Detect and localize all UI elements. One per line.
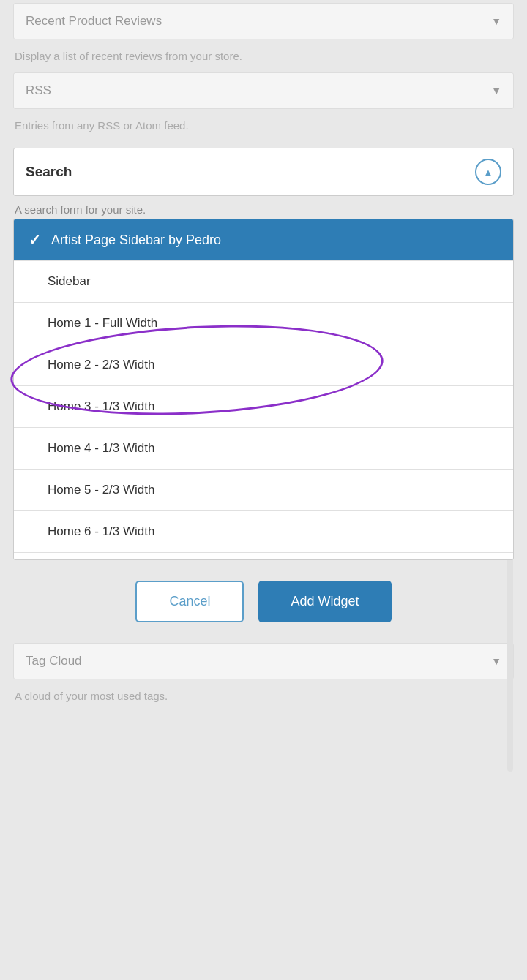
add-widget-button[interactable]: Add Widget bbox=[258, 581, 391, 622]
action-buttons-row: Cancel Add Widget bbox=[0, 560, 527, 643]
dropdown-option-sidebar[interactable]: Sidebar bbox=[14, 260, 513, 302]
recent-product-reviews-widget[interactable]: Recent Product Reviews ▼ bbox=[13, 3, 514, 39]
recent-product-reviews-description: Display a list of recent reviews from yo… bbox=[0, 44, 527, 72]
dropdown-selected-text: Artist Page Sidebar by Pedro bbox=[51, 233, 221, 248]
tag-cloud-chevron-icon: ▼ bbox=[491, 655, 501, 667]
rss-chevron-icon: ▼ bbox=[491, 85, 501, 97]
recent-product-reviews-chevron-icon: ▼ bbox=[491, 15, 501, 27]
rss-description: Entries from any RSS or Atom feed. bbox=[0, 113, 527, 142]
cancel-button[interactable]: Cancel bbox=[135, 581, 244, 622]
recent-product-reviews-label: Recent Product Reviews bbox=[26, 14, 162, 29]
rss-widget[interactable]: RSS ▼ bbox=[13, 72, 514, 109]
search-expand-icon[interactable]: ▲ bbox=[475, 159, 501, 185]
sidebar-selector-dropdown[interactable]: ✓ Artist Page Sidebar by Pedro Sidebar H… bbox=[13, 219, 514, 560]
rss-label: RSS bbox=[26, 83, 51, 98]
search-description: A search form for your site. bbox=[0, 196, 527, 219]
dropdown-option-home5[interactable]: Home 5 - 2/3 Width bbox=[14, 469, 513, 510]
dropdown-option-home4[interactable]: Home 4 - 1/3 Width bbox=[14, 427, 513, 469]
dropdown-option-home1[interactable]: Home 1 - Full Width bbox=[14, 302, 513, 344]
tag-cloud-description: A cloud of your most used tags. bbox=[0, 684, 527, 712]
dropdown-option-home2[interactable]: Home 2 - 2/3 Width bbox=[14, 344, 513, 385]
search-label: Search bbox=[26, 164, 72, 180]
tag-cloud-label: Tag Cloud bbox=[26, 654, 82, 668]
search-widget[interactable]: Search ▲ bbox=[13, 148, 514, 196]
checkmark-icon: ✓ bbox=[29, 231, 41, 249]
tag-cloud-widget[interactable]: Tag Cloud ▼ bbox=[13, 643, 514, 679]
dropdown-option-home6[interactable]: Home 6 - 1/3 Width bbox=[14, 510, 513, 552]
dropdown-selected-option[interactable]: ✓ Artist Page Sidebar by Pedro bbox=[14, 219, 513, 260]
dropdown-option-home3[interactable]: Home 3 - 1/3 Width bbox=[14, 385, 513, 427]
